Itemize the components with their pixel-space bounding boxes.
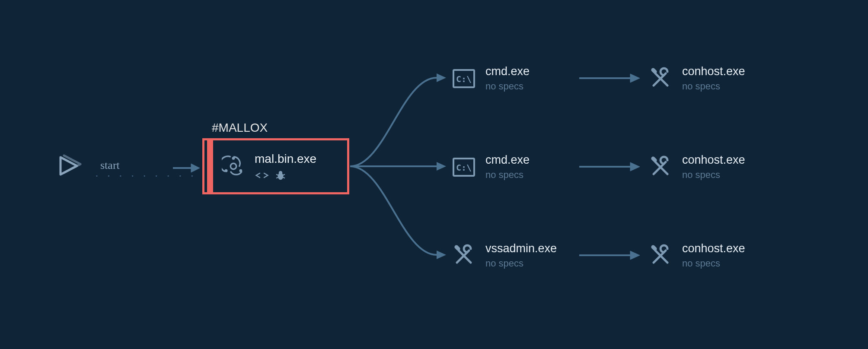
svg-line-9 — [283, 174, 284, 175]
svg-marker-21 — [630, 74, 640, 82]
malicious-process-name: mal.bin.exe — [255, 152, 316, 166]
arrow-child2-to-gc2 — [579, 250, 640, 261]
svg-rect-27 — [652, 157, 656, 162]
process-spec: no specs — [485, 169, 530, 181]
svg-point-2 — [230, 163, 236, 169]
tools-icon — [452, 244, 476, 268]
svg-marker-23 — [630, 162, 640, 171]
process-name: conhost.exe — [682, 153, 745, 167]
svg-point-7 — [279, 171, 282, 174]
biohazard-icon — [222, 155, 245, 178]
tools-icon — [648, 67, 673, 91]
svg-line-10 — [277, 177, 278, 178]
svg-point-4 — [239, 169, 243, 172]
process-spec: no specs — [682, 169, 745, 181]
cmd-icon: C:\ — [452, 155, 476, 179]
start-label: start — [100, 159, 120, 172]
process-spec: no specs — [682, 81, 745, 92]
process-node-child-2[interactable]: vssadmin.exe no specs — [452, 242, 557, 269]
svg-line-11 — [283, 177, 284, 178]
svg-line-8 — [277, 174, 278, 175]
svg-text:C:\: C:\ — [456, 74, 472, 84]
process-name: cmd.exe — [485, 153, 530, 167]
svg-text:C:\: C:\ — [456, 162, 472, 173]
branch-connectors — [350, 60, 450, 268]
process-name: vssadmin.exe — [485, 242, 557, 255]
arrow-child1-to-gc1 — [579, 161, 640, 172]
network-activity-icon — [255, 171, 269, 180]
tools-icon — [648, 155, 673, 179]
process-spec: no specs — [485, 258, 557, 269]
play-logo-icon — [56, 153, 82, 179]
svg-point-5 — [225, 169, 228, 172]
process-spec: no specs — [682, 258, 745, 269]
svg-rect-26 — [652, 69, 656, 73]
svg-marker-1 — [191, 164, 200, 172]
arrow-start-to-malbox — [173, 162, 200, 174]
process-name: conhost.exe — [682, 65, 745, 78]
svg-marker-14 — [437, 251, 446, 259]
process-node-child-1[interactable]: C:\ cmd.exe no specs — [452, 153, 530, 181]
svg-point-3 — [232, 157, 235, 160]
malicious-indicators — [255, 170, 316, 181]
svg-rect-19 — [455, 246, 460, 250]
svg-marker-12 — [437, 73, 446, 82]
malicious-tag: #MALLOX — [212, 121, 268, 135]
process-node-gc-0[interactable]: conhost.exe no specs — [648, 65, 745, 92]
svg-marker-13 — [437, 162, 446, 171]
process-node-gc-2[interactable]: conhost.exe no specs — [648, 242, 745, 269]
bug-icon — [275, 170, 286, 181]
malicious-process-box[interactable]: mal.bin.exe — [202, 138, 349, 194]
process-node-gc-1[interactable]: conhost.exe no specs — [648, 153, 745, 181]
process-node-child-0[interactable]: C:\ cmd.exe no specs — [452, 65, 530, 92]
svg-marker-25 — [630, 251, 640, 260]
arrow-child0-to-gc0 — [579, 73, 640, 84]
process-spec: no specs — [485, 81, 530, 92]
process-name: conhost.exe — [682, 242, 745, 255]
process-name: cmd.exe — [485, 65, 530, 78]
cmd-icon: C:\ — [452, 67, 476, 91]
tools-icon — [648, 244, 673, 268]
danger-leftbar — [207, 140, 213, 192]
svg-rect-28 — [652, 246, 656, 250]
